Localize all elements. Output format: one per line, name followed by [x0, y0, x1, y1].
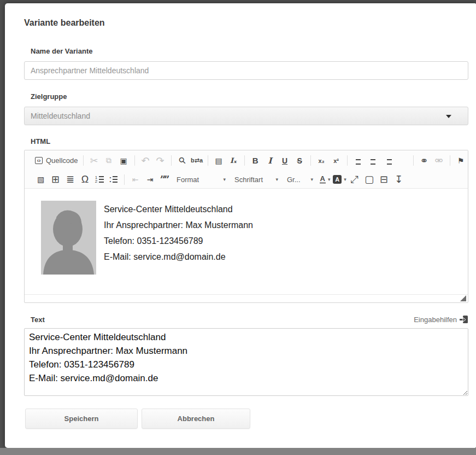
remove-format-icon[interactable]: Iₓ — [227, 154, 240, 167]
source-button[interactable]: ‹›Quellcode — [34, 154, 79, 167]
editor-toolbar-row-1: ‹›Quellcode✂⧉▣↶↷⚲b⇄a▤IₓBIUSx₂x²⚭⚮⚑ — [25, 150, 468, 170]
cancel-button[interactable]: Abbrechen — [142, 409, 250, 429]
replace-icon[interactable]: b⇄a — [190, 154, 204, 167]
text-variant-textarea[interactable]: Service-Center Mitteldeutschland Ihr Ans… — [24, 328, 468, 396]
editor-bottom-bar — [25, 294, 468, 302]
editor-line: Ihr Ansprechpartner: Max Mustermann — [104, 217, 253, 233]
outdent-icon: ⇤ — [128, 173, 142, 186]
unlink-icon: ⚮ — [432, 154, 446, 167]
strike-icon[interactable]: S — [293, 154, 307, 167]
link-icon[interactable]: ⚭ — [418, 154, 431, 167]
editor-line: Telefon: 0351-123456789 — [104, 233, 253, 249]
variant-name-input[interactable] — [24, 61, 468, 80]
editor-line: Service-Center Mitteldeutschland — [104, 201, 253, 217]
editor-resize-handle[interactable] — [460, 295, 466, 301]
eingabehilfen-label: Eingabehilfen — [414, 316, 457, 324]
search-icon[interactable]: ⚲ — [172, 151, 191, 170]
text-label: Text — [31, 316, 45, 324]
editor-content-area[interactable]: Service-Center Mitteldeutschland Ihr Ans… — [25, 189, 468, 294]
anchor-icon[interactable]: ⚑ — [454, 154, 468, 167]
cut-icon: ✂ — [87, 154, 101, 167]
indent-icon[interactable]: ⇥ — [143, 173, 157, 186]
save-button[interactable]: Speichern — [25, 409, 138, 429]
special-char-icon[interactable]: Ω — [78, 173, 92, 186]
toolbar-separator — [134, 155, 135, 166]
underline-icon[interactable]: U — [278, 154, 292, 167]
align-center-icon[interactable] — [369, 154, 377, 167]
print-icon[interactable]: ⊟ — [377, 173, 391, 186]
edit-variant-dialog: Variante bearbeiten Name der Variante Zi… — [5, 3, 476, 448]
paste-icon[interactable]: ▣ — [117, 154, 131, 167]
eingabehilfen-link[interactable]: Eingabehilfen — [414, 315, 468, 324]
italic-icon[interactable]: I — [263, 154, 277, 167]
zielgruppe-select[interactable]: Mitteldeutschland — [24, 107, 468, 125]
maximize-icon[interactable]: ⤢ — [348, 173, 361, 186]
superscript-icon[interactable]: x² — [330, 154, 343, 167]
redo-icon: ↷ — [154, 154, 167, 167]
size-dropdown[interactable]: Gr...▾ — [284, 173, 316, 186]
html-label: HTML — [31, 137, 468, 145]
toolbar-separator — [413, 155, 414, 166]
insert-helper-icon — [460, 315, 468, 324]
name-label: Name der Variante — [31, 47, 468, 55]
bg-color-button[interactable]: A▾ — [333, 173, 346, 186]
page-break-icon[interactable]: ↧ — [392, 173, 406, 186]
chevron-down-icon — [446, 115, 451, 118]
numbered-list-icon[interactable]: 1 2 — [93, 173, 106, 186]
editor-text-block: Service-Center Mitteldeutschland Ihr Ans… — [104, 201, 253, 294]
image-icon[interactable]: ▧ — [34, 173, 48, 186]
editor-toolbar-row-2: ▧⊞≣Ω1 2• •⇤⇥””Format▾Schriftart▾Gr...▾A▾… — [25, 170, 468, 189]
align-justify-icon[interactable] — [398, 154, 407, 167]
select-all-icon[interactable]: ▤ — [212, 154, 226, 167]
font-dropdown[interactable]: Schriftart▾ — [232, 173, 281, 186]
format-dropdown[interactable]: Format▾ — [174, 173, 228, 186]
table-icon[interactable]: ⊞ — [49, 173, 62, 186]
align-left-icon[interactable] — [354, 154, 362, 167]
editor-line: E-Mail: service.md@domain.de — [104, 249, 253, 265]
copy-icon: ⧉ — [102, 154, 116, 167]
toolbar-separator — [171, 155, 172, 166]
bulleted-list-icon[interactable]: • • — [107, 173, 120, 186]
undo-icon: ↶ — [139, 154, 152, 167]
show-blocks-icon[interactable]: ▢ — [362, 173, 376, 186]
toolbar-separator — [124, 174, 125, 185]
avatar-image[interactable] — [41, 201, 96, 275]
blockquote-icon[interactable]: ”” — [158, 173, 172, 186]
overlay-bottom-strip — [0, 448, 476, 455]
zielgruppe-selected-value: Mitteldeutschland — [31, 112, 90, 120]
align-right-icon[interactable] — [384, 154, 392, 167]
richtext-editor: ‹›Quellcode✂⧉▣↶↷⚲b⇄a▤IₓBIUSx₂x²⚭⚮⚑ ▧⊞≣Ω1… — [24, 150, 468, 303]
bold-icon[interactable]: B — [249, 154, 262, 167]
toolbar-separator — [310, 155, 311, 166]
zielgruppe-label: Zielgruppe — [31, 92, 468, 101]
toolbar-separator — [347, 155, 348, 166]
dialog-title: Variante bearbeiten — [24, 18, 468, 28]
toolbar-separator — [244, 155, 245, 166]
toolbar-separator — [208, 155, 208, 166]
toolbar-separator — [450, 155, 450, 166]
text-color-button[interactable]: A▾ — [318, 173, 332, 186]
toolbar-separator — [83, 155, 84, 166]
horizontal-rule-icon[interactable]: ≣ — [63, 173, 77, 186]
subscript-icon[interactable]: x₂ — [315, 154, 328, 167]
